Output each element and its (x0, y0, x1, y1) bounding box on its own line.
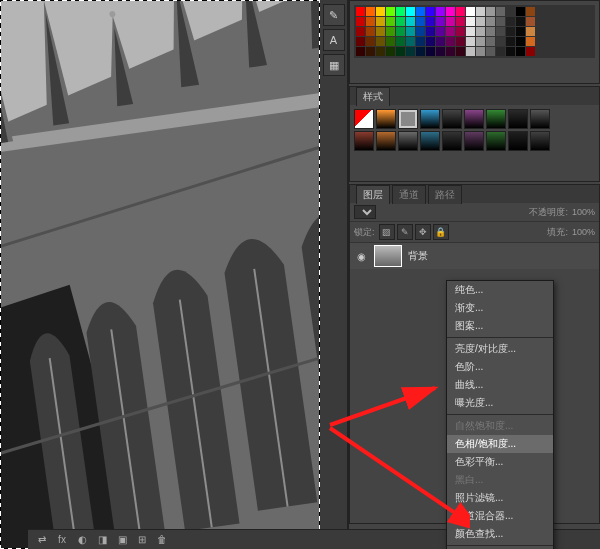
color-swatch[interactable] (366, 37, 375, 46)
color-swatch[interactable] (376, 17, 385, 26)
color-swatch[interactable] (426, 27, 435, 36)
color-swatch[interactable] (466, 37, 475, 46)
color-swatch[interactable] (486, 37, 495, 46)
color-swatch[interactable] (376, 27, 385, 36)
menu-item[interactable]: 颜色查找... (447, 525, 553, 543)
menu-item[interactable]: 色相/饱和度... (447, 435, 553, 453)
color-swatch[interactable] (446, 47, 455, 56)
color-swatch[interactable] (406, 7, 415, 16)
style-swatch[interactable] (354, 131, 374, 151)
menu-item[interactable]: 色阶... (447, 358, 553, 376)
menu-item[interactable]: 通道混合器... (447, 507, 553, 525)
color-swatch[interactable] (526, 47, 535, 56)
adjustment-icon[interactable]: ◐ (74, 533, 90, 547)
color-swatch[interactable] (386, 37, 395, 46)
link-icon[interactable]: ⇄ (34, 533, 50, 547)
lock-pixels-icon[interactable]: ✎ (397, 224, 413, 240)
swatch-icon[interactable]: ▦ (323, 54, 345, 76)
menu-item[interactable]: 曝光度... (447, 394, 553, 412)
color-swatch[interactable] (456, 27, 465, 36)
color-swatch[interactable] (366, 17, 375, 26)
layer-row-background[interactable]: ◉ 背景 (350, 243, 599, 269)
color-swatch[interactable] (386, 47, 395, 56)
swatch-grid[interactable] (354, 5, 595, 58)
color-swatch[interactable] (456, 37, 465, 46)
color-swatch[interactable] (436, 47, 445, 56)
color-swatch[interactable] (456, 7, 465, 16)
tab-styles[interactable]: 样式 (356, 87, 390, 106)
color-swatch[interactable] (446, 27, 455, 36)
lock-all-icon[interactable]: 🔒 (433, 224, 449, 240)
color-swatch[interactable] (526, 27, 535, 36)
style-swatch[interactable] (486, 109, 506, 129)
style-swatch[interactable] (442, 109, 462, 129)
new-layer-icon[interactable]: ⊞ (134, 533, 150, 547)
color-swatch[interactable] (436, 27, 445, 36)
color-swatch[interactable] (386, 7, 395, 16)
menu-item[interactable]: 渐变... (447, 299, 553, 317)
color-swatch[interactable] (506, 17, 515, 26)
color-swatch[interactable] (406, 37, 415, 46)
color-swatch[interactable] (496, 27, 505, 36)
menu-item[interactable]: 色彩平衡... (447, 453, 553, 471)
color-swatch[interactable] (496, 17, 505, 26)
color-swatch[interactable] (486, 47, 495, 56)
document-canvas[interactable] (0, 0, 320, 549)
color-swatch[interactable] (476, 47, 485, 56)
color-swatch[interactable] (506, 47, 515, 56)
color-swatch[interactable] (416, 27, 425, 36)
tab-paths[interactable]: 路径 (428, 185, 462, 204)
color-swatch[interactable] (446, 7, 455, 16)
color-swatch[interactable] (406, 17, 415, 26)
color-swatch[interactable] (496, 37, 505, 46)
color-swatch[interactable] (386, 17, 395, 26)
color-swatch[interactable] (396, 27, 405, 36)
color-swatch[interactable] (496, 7, 505, 16)
color-swatch[interactable] (356, 47, 365, 56)
color-swatch[interactable] (466, 7, 475, 16)
adjustment-layer-menu[interactable]: 纯色...渐变...图案...亮度/对比度...色阶...曲线...曝光度...… (446, 280, 554, 549)
menu-item[interactable]: 照片滤镜... (447, 489, 553, 507)
color-swatch[interactable] (396, 7, 405, 16)
color-swatch[interactable] (476, 37, 485, 46)
style-swatch[interactable] (420, 131, 440, 151)
color-swatch[interactable] (456, 47, 465, 56)
color-swatch[interactable] (386, 27, 395, 36)
color-swatch[interactable] (486, 27, 495, 36)
text-icon[interactable]: A (323, 29, 345, 51)
style-swatch[interactable] (464, 109, 484, 129)
color-swatch[interactable] (506, 7, 515, 16)
color-swatch[interactable] (486, 17, 495, 26)
color-swatch[interactable] (466, 17, 475, 26)
color-swatch[interactable] (376, 37, 385, 46)
style-grid[interactable] (354, 109, 595, 151)
color-swatch[interactable] (356, 37, 365, 46)
color-swatch[interactable] (416, 47, 425, 56)
style-swatch[interactable] (508, 131, 528, 151)
color-swatch[interactable] (356, 7, 365, 16)
color-swatch[interactable] (506, 37, 515, 46)
style-swatch[interactable] (442, 131, 462, 151)
color-swatch[interactable] (526, 37, 535, 46)
color-swatch[interactable] (396, 37, 405, 46)
color-swatch[interactable] (476, 17, 485, 26)
color-swatch[interactable] (516, 47, 525, 56)
color-swatch[interactable] (416, 7, 425, 16)
color-swatch[interactable] (366, 47, 375, 56)
brush-icon[interactable]: ✎ (323, 4, 345, 26)
color-swatch[interactable] (426, 7, 435, 16)
color-swatch[interactable] (356, 27, 365, 36)
color-swatch[interactable] (516, 7, 525, 16)
color-swatch[interactable] (416, 37, 425, 46)
opacity-value[interactable]: 100% (572, 207, 595, 217)
color-swatch[interactable] (406, 27, 415, 36)
menu-item[interactable]: 亮度/对比度... (447, 340, 553, 358)
color-swatch[interactable] (436, 7, 445, 16)
color-swatch[interactable] (426, 17, 435, 26)
style-swatch[interactable] (398, 131, 418, 151)
style-swatch[interactable] (530, 131, 550, 151)
trash-icon[interactable]: 🗑 (154, 533, 170, 547)
menu-item[interactable]: 曲线... (447, 376, 553, 394)
color-swatch[interactable] (436, 17, 445, 26)
style-swatch[interactable] (420, 109, 440, 129)
